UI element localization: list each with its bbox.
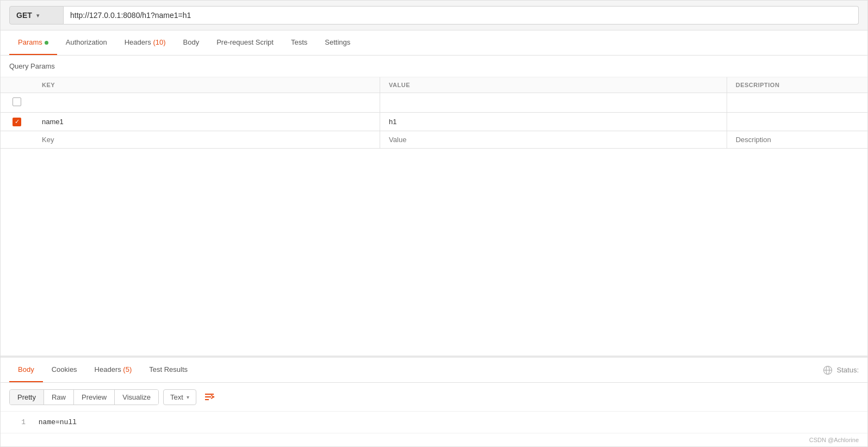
tab-authorization[interactable]: Authorization	[57, 30, 116, 55]
format-btn-preview[interactable]: Preview	[74, 390, 115, 405]
table-row	[1, 93, 867, 113]
row2-key-input[interactable]	[42, 118, 371, 126]
method-chevron-icon: ▾	[36, 13, 39, 19]
response-tabs-right: Status:	[823, 365, 859, 375]
col-header-checkbox	[1, 77, 33, 93]
url-bar: GET ▾	[1, 1, 867, 30]
params-table: KEY VALUE DESCRIPTION	[1, 77, 867, 149]
response-tabs: Body Cookies Headers (5) Test Results St…	[1, 358, 867, 383]
text-format-label: Text	[170, 393, 183, 401]
tab-response-cookies[interactable]: Cookies	[43, 358, 86, 382]
globe-icon	[823, 365, 833, 375]
tab-response-body[interactable]: Body	[9, 358, 43, 382]
new-row-checkbox-cell	[1, 131, 33, 148]
new-row-key-cell[interactable]	[33, 131, 380, 148]
checkbox-checked-icon[interactable]: ✓	[13, 118, 21, 126]
response-content: 1 name=null	[1, 412, 867, 433]
response-line: 1 name=null	[9, 418, 859, 426]
request-tabs: Params Authorization Headers (10) Body P…	[1, 30, 867, 56]
row2-desc-cell[interactable]	[727, 113, 867, 131]
tab-response-test-results[interactable]: Test Results	[140, 358, 196, 382]
url-input[interactable]	[64, 6, 859, 25]
wrap-icon	[203, 391, 215, 403]
status-label: Status:	[837, 366, 859, 374]
response-tabs-left: Body Cookies Headers (5) Test Results	[9, 358, 196, 382]
params-spacer	[1, 149, 867, 356]
new-row-desc-cell[interactable]	[727, 131, 867, 148]
row1-desc-input[interactable]	[736, 99, 859, 107]
table-row: ✓	[1, 113, 867, 131]
text-format-chevron-icon: ▾	[187, 394, 189, 400]
row2-checkbox-cell[interactable]: ✓	[1, 113, 33, 131]
col-header-key: KEY	[33, 77, 380, 93]
table-row-new	[1, 131, 867, 148]
new-row-value-cell[interactable]	[380, 131, 727, 148]
col-header-description: DESCRIPTION	[727, 77, 867, 93]
row1-key-cell[interactable]	[33, 93, 380, 113]
new-row-desc-input[interactable]	[736, 136, 859, 144]
row2-desc-input[interactable]	[736, 118, 859, 126]
row1-value-cell[interactable]	[380, 93, 727, 113]
tab-params[interactable]: Params	[9, 30, 57, 55]
checkbox-unchecked-icon[interactable]	[13, 97, 21, 106]
tab-settings[interactable]: Settings	[316, 30, 359, 55]
query-params-label: Query Params	[1, 56, 867, 77]
row2-value-cell[interactable]	[380, 113, 727, 131]
row1-value-input[interactable]	[389, 99, 718, 107]
row2-value-input[interactable]	[389, 118, 718, 126]
tab-body[interactable]: Body	[175, 30, 208, 55]
new-row-value-input[interactable]	[389, 136, 718, 144]
text-format-select[interactable]: Text ▾	[163, 389, 196, 405]
footer: CSDN @Achlorine	[1, 433, 867, 446]
row1-key-input[interactable]	[42, 99, 371, 107]
format-btn-group: Pretty Raw Preview Visualize	[9, 389, 159, 405]
tab-tests[interactable]: Tests	[282, 30, 316, 55]
line-number: 1	[9, 418, 26, 426]
new-row-key-input[interactable]	[42, 136, 371, 144]
format-btn-visualize[interactable]: Visualize	[115, 390, 158, 405]
method-select[interactable]: GET ▾	[9, 6, 64, 25]
row2-key-cell[interactable]	[33, 113, 380, 131]
format-btn-raw[interactable]: Raw	[44, 390, 74, 405]
format-toolbar: Pretty Raw Preview Visualize Text ▾	[1, 383, 867, 412]
method-label: GET	[16, 11, 32, 20]
tab-response-headers[interactable]: Headers (5)	[86, 358, 141, 382]
row1-checkbox-cell[interactable]	[1, 93, 33, 113]
format-btn-pretty[interactable]: Pretty	[10, 390, 44, 405]
wrap-button[interactable]	[201, 388, 218, 406]
row1-desc-cell[interactable]	[727, 93, 867, 113]
params-dot-icon	[45, 41, 48, 45]
footer-text: CSDN @Achlorine	[809, 437, 859, 443]
tab-headers[interactable]: Headers (10)	[116, 30, 175, 55]
response-code: name=null	[39, 418, 77, 426]
tab-prerequest[interactable]: Pre-request Script	[208, 30, 282, 55]
col-header-value: VALUE	[380, 77, 727, 93]
